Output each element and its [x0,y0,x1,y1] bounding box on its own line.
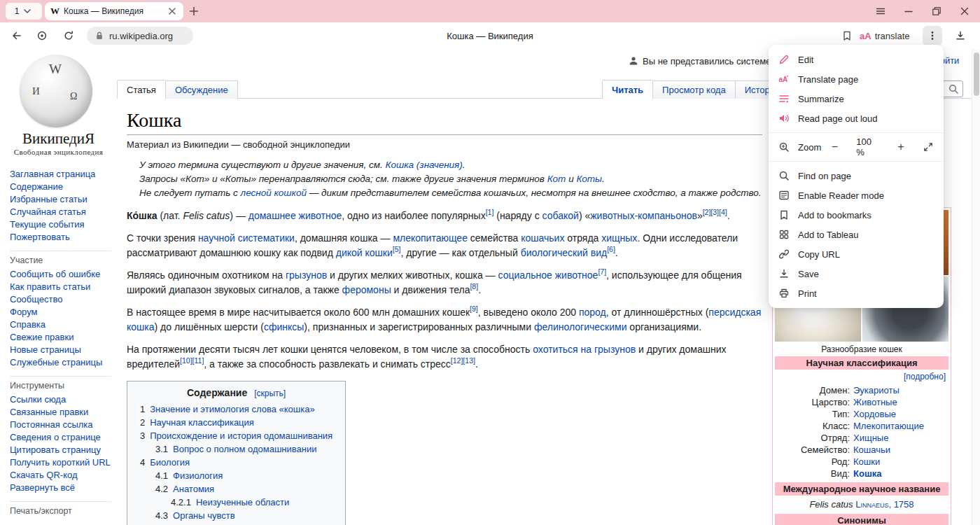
inline-link[interactable]: млекопитающее [393,232,468,244]
details-link[interactable]: [подробно] [775,370,948,383]
view-tab[interactable]: Просмотр кода [652,80,736,99]
back-button[interactable] [7,26,27,46]
wikipedia-wordmark[interactable]: ВикипедиЯ [0,130,117,148]
sidebar-link[interactable]: Случайная статья [10,206,111,218]
address-bar[interactable]: ru.wikipedia.org [87,27,193,45]
toc-item[interactable]: 4.2.1Неизученные области [171,496,332,509]
sidebar-link[interactable]: Связанные правки [10,406,111,419]
toolbar-page-title[interactable]: Кошка — Википедия [266,22,714,49]
scrollbar-track[interactable] [972,49,980,525]
close-window-button[interactable] [952,0,977,22]
minimize-button[interactable] [896,0,921,22]
reference-link[interactable]: [12][13] [451,356,475,365]
sidebar-link[interactable]: Свежие правки [10,331,111,344]
inline-link[interactable]: Кошка (значения) [386,160,463,170]
inline-link[interactable]: домашнее животное [248,210,342,221]
sidebar-link[interactable]: Сообщество [10,293,111,306]
sidebar-link[interactable]: Избранные статьи [10,193,111,206]
reference-link[interactable]: [6] [607,245,615,253]
toc-item[interactable]: 1Значение и этимология слова «кошка» [140,402,332,416]
reload-button[interactable] [59,26,78,46]
maximize-button[interactable] [924,0,949,22]
menu-item-save[interactable]: Save [769,264,944,284]
toc-item[interactable]: 4.1Физиология [155,469,332,482]
tab-counter-button[interactable]: 1 [6,3,42,20]
menu-item-find-on-page[interactable]: Find on page [769,166,944,186]
new-tab-button[interactable] [188,5,200,18]
sidebar-link[interactable]: Справка [10,318,111,331]
menu-item-print[interactable]: Print [769,284,944,303]
menu-item-reader-mode[interactable]: Enable Reader mode [769,186,944,205]
toc-item[interactable]: 3Происхождение и история одомашнивания [140,429,332,442]
reference-link[interactable]: [7] [598,267,606,276]
taxonomy-value-link[interactable]: Кошки [853,456,880,468]
sidebar-link[interactable]: Содержание [10,181,111,193]
inline-link[interactable]: собакой [542,210,579,221]
sidebar-link[interactable]: Постоянная ссылка [10,419,111,431]
browser-menu-button[interactable] [868,0,893,22]
sidebar-link[interactable]: Служебные страницы [10,356,111,369]
inline-link[interactable]: сфинксы [264,321,304,332]
inline-link[interactable]: биологический вид [521,247,608,258]
downloads-button[interactable] [951,26,970,46]
reference-link[interactable]: [5] [393,245,401,253]
sidebar-link[interactable]: Заглавная страница [10,168,111,181]
inline-link[interactable]: кошачьих [521,232,564,244]
menu-item-edit[interactable]: Edit [769,50,944,69]
page-tab[interactable]: Статья [117,80,166,99]
taxonomy-value-link[interactable]: Животные [853,396,897,408]
browser-tab[interactable]: W Кошка — Википедия [45,2,183,20]
zoom-out-button[interactable]: − [830,141,839,153]
inline-link[interactable]: фелинологическими [534,321,627,332]
toc-hide-link[interactable]: [скрыть] [254,388,286,398]
inline-link[interactable]: Linnaeus, 1758 [855,499,913,510]
tab-close-icon[interactable] [167,6,178,17]
taxonomy-value-link[interactable]: Эукариоты [853,384,899,396]
inline-link[interactable]: грызунов [286,270,327,281]
alice-assistant-button[interactable] [32,26,52,46]
menu-item-copy-url[interactable]: Copy URL [769,244,944,264]
translate-button[interactable]: аА translate [860,27,910,45]
taxonomy-value-link[interactable]: Хордовые [853,408,896,420]
taxonomy-value-link[interactable]: Хищные [853,432,888,444]
inline-link[interactable]: животных-компаньонов [590,210,697,221]
menu-item-summarize[interactable]: Summarize [769,89,944,108]
sidebar-link[interactable]: Ссылки сюда [10,393,111,406]
inline-link[interactable]: феромоны [342,284,391,295]
zoom-in-button[interactable]: + [896,141,906,153]
search-icon[interactable] [948,83,959,94]
taxonomy-value-link[interactable]: Млекопитающие [853,420,924,432]
inline-link[interactable]: пород [579,307,606,318]
sidebar-link[interactable]: Сообщить об ошибке [10,268,111,281]
menu-item-add-tableau[interactable]: Add to Tableau [769,225,944,244]
sidebar-link[interactable]: Как править статьи [10,281,111,293]
menu-item-add-bookmark[interactable]: Add to bookmarks [769,205,944,225]
page-tab[interactable]: Обсуждение [165,80,238,99]
toc-item[interactable]: 2Научная классификация [140,416,332,429]
sidebar-link[interactable]: Развернуть всё [10,482,111,494]
reference-link[interactable]: [1] [486,208,494,216]
reference-link[interactable]: [8] [470,282,478,290]
inline-link[interactable]: лесной кошкой [241,188,307,198]
taxonomy-value-link[interactable]: Кошачьи [853,444,890,456]
toc-item[interactable]: 4.3Органы чувств [155,509,332,522]
reference-link[interactable]: [10][11] [180,356,204,365]
reference-link[interactable]: [2][3][4] [703,208,727,216]
sidebar-link[interactable]: Сведения о странице [10,431,111,444]
toc-item[interactable]: 4.2Анатомия [155,482,332,496]
view-tab[interactable]: Читать [602,80,653,99]
sidebar-link[interactable]: Новые страницы [10,344,111,356]
wikipedia-globe-logo[interactable]: W И Ω [20,55,92,127]
inline-link[interactable]: охотиться на грызунов [533,344,636,355]
sidebar-link[interactable]: Скачать QR-код [10,469,111,482]
more-options-button[interactable] [923,26,942,46]
inline-link[interactable]: научной систематики [198,232,295,244]
toc-item[interactable]: 4.3.1Зрение [171,522,332,525]
inline-link[interactable]: хищных [601,232,637,244]
inline-link[interactable]: Коты [576,174,602,184]
toc-item[interactable]: 3.1Вопрос о полном одомашнивании [155,442,332,456]
sidebar-link[interactable]: Текущие события [10,218,111,231]
sidebar-link[interactable]: Форум [10,306,111,318]
inline-link[interactable]: дикой кошки [336,247,393,258]
scrollbar-thumb[interactable] [974,52,979,96]
